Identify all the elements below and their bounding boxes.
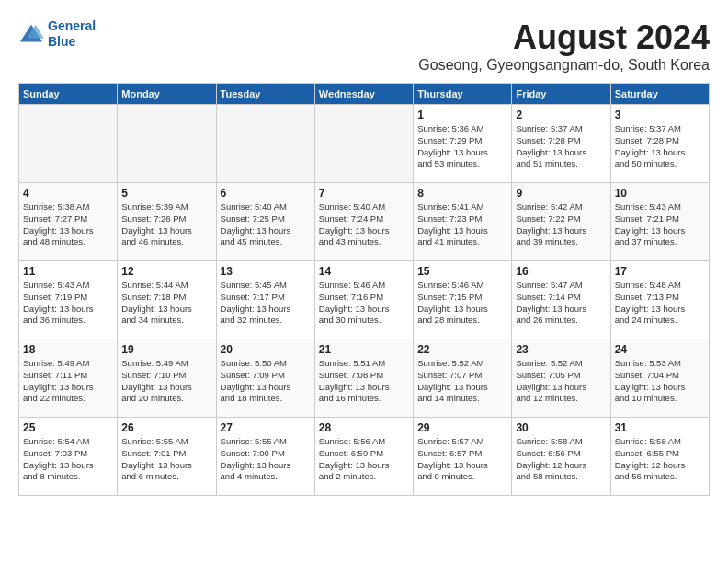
cell-content: Sunset: 7:28 PM (615, 135, 705, 147)
day-number: 11 (23, 265, 113, 278)
cell-content: Daylight: 13 hours (319, 382, 409, 394)
cell-content: Daylight: 13 hours (615, 147, 705, 159)
cell-content: Daylight: 13 hours (417, 147, 507, 159)
cell-content: and 37 minutes. (615, 236, 705, 248)
cell-content: Daylight: 13 hours (23, 304, 113, 316)
cell-content: Sunset: 7:11 PM (23, 370, 113, 382)
cell-content: and 39 minutes. (516, 236, 606, 248)
cell-content: and 50 minutes. (615, 158, 705, 170)
cell-content: Sunset: 6:55 PM (615, 448, 705, 460)
cell-content: Sunrise: 5:49 AM (121, 358, 211, 370)
calendar-cell: 14Sunrise: 5:46 AMSunset: 7:16 PMDayligh… (314, 261, 413, 339)
cell-content: and 43 minutes. (319, 236, 409, 248)
cell-content: Daylight: 13 hours (23, 460, 113, 472)
cell-content: Daylight: 12 hours (516, 460, 606, 472)
cell-content: Sunrise: 5:49 AM (23, 358, 113, 370)
cell-content: and 14 minutes. (417, 393, 507, 405)
cell-content: Sunset: 7:21 PM (615, 213, 705, 225)
calendar-cell (118, 105, 216, 183)
cell-content: and 20 minutes. (121, 393, 211, 405)
cell-content: and 10 minutes. (615, 393, 705, 405)
cell-content: Sunset: 7:17 PM (221, 292, 311, 304)
day-number: 26 (121, 421, 211, 434)
calendar-cell: 27Sunrise: 5:55 AMSunset: 7:00 PMDayligh… (216, 418, 314, 496)
cell-content: and 22 minutes. (23, 393, 113, 405)
day-number: 15 (417, 265, 507, 278)
cell-content: and 51 minutes. (516, 158, 606, 170)
cell-content: Sunset: 7:24 PM (319, 213, 409, 225)
calendar-cell: 1Sunrise: 5:36 AMSunset: 7:29 PMDaylight… (414, 105, 512, 183)
calendar-cell: 21Sunrise: 5:51 AMSunset: 7:08 PMDayligh… (314, 339, 413, 418)
cell-content: and 24 minutes. (615, 315, 705, 327)
cell-content: Daylight: 13 hours (221, 225, 311, 237)
cell-content: Sunset: 7:01 PM (121, 448, 211, 460)
cell-content: Sunrise: 5:52 AM (516, 358, 606, 370)
cell-content: and 45 minutes. (221, 236, 311, 248)
day-number: 20 (221, 343, 311, 356)
cell-content: Sunrise: 5:55 AM (121, 436, 211, 448)
day-number: 12 (121, 265, 211, 278)
cell-content: and 34 minutes. (121, 315, 211, 327)
calendar-cell: 11Sunrise: 5:43 AMSunset: 7:19 PMDayligh… (19, 261, 118, 339)
day-number: 28 (319, 421, 409, 434)
calendar-week-row: 11Sunrise: 5:43 AMSunset: 7:19 PMDayligh… (19, 261, 710, 339)
cell-content: Sunset: 7:09 PM (221, 370, 311, 382)
cell-content: Sunset: 7:13 PM (615, 292, 705, 304)
cell-content: Sunset: 7:27 PM (23, 213, 113, 225)
cell-content: Daylight: 13 hours (121, 460, 211, 472)
logo: General Blue (18, 18, 96, 50)
calendar-cell: 9Sunrise: 5:42 AMSunset: 7:22 PMDaylight… (512, 183, 610, 261)
cell-content: Sunset: 7:07 PM (417, 370, 507, 382)
calendar-cell: 26Sunrise: 5:55 AMSunset: 7:01 PMDayligh… (118, 418, 216, 496)
cell-content: Sunset: 7:22 PM (516, 213, 606, 225)
calendar-week-row: 4Sunrise: 5:38 AMSunset: 7:27 PMDaylight… (19, 183, 710, 261)
logo-icon (18, 21, 44, 47)
day-number: 5 (121, 187, 211, 200)
day-number: 7 (319, 187, 409, 200)
day-number: 6 (221, 187, 311, 200)
calendar-cell: 23Sunrise: 5:52 AMSunset: 7:05 PMDayligh… (512, 339, 610, 418)
cell-content: Sunrise: 5:46 AM (417, 280, 507, 292)
cell-content: and 28 minutes. (417, 315, 507, 327)
calendar-cell: 5Sunrise: 5:39 AMSunset: 7:26 PMDaylight… (118, 183, 216, 261)
cell-content: Sunrise: 5:56 AM (319, 436, 409, 448)
cell-content: Sunrise: 5:37 AM (516, 123, 606, 135)
day-number: 29 (417, 421, 507, 434)
calendar-cell: 6Sunrise: 5:40 AMSunset: 7:25 PMDaylight… (216, 183, 314, 261)
cell-content: Sunset: 7:14 PM (516, 292, 606, 304)
cell-content: Daylight: 13 hours (221, 382, 311, 394)
calendar-cell: 15Sunrise: 5:46 AMSunset: 7:15 PMDayligh… (414, 261, 512, 339)
cell-content: and 16 minutes. (319, 393, 409, 405)
cell-content: Daylight: 13 hours (516, 225, 606, 237)
cell-content: Sunrise: 5:40 AM (319, 201, 409, 213)
cell-content: and 30 minutes. (319, 315, 409, 327)
day-number: 1 (417, 109, 507, 121)
calendar-cell: 19Sunrise: 5:49 AMSunset: 7:10 PMDayligh… (118, 339, 216, 418)
day-number: 18 (23, 343, 113, 356)
day-number: 3 (615, 109, 705, 121)
day-number: 25 (23, 421, 113, 434)
cell-content: Sunrise: 5:42 AM (516, 201, 606, 213)
weekday-header-sunday: Sunday (19, 84, 118, 105)
cell-content: Daylight: 13 hours (221, 304, 311, 316)
day-number: 9 (516, 187, 606, 200)
day-number: 23 (516, 343, 606, 356)
cell-content: Sunset: 7:03 PM (23, 448, 113, 460)
cell-content: and 8 minutes. (23, 471, 113, 483)
cell-content: and 32 minutes. (221, 315, 311, 327)
day-number: 27 (221, 421, 311, 434)
day-number: 22 (417, 343, 507, 356)
cell-content: Daylight: 13 hours (417, 460, 507, 472)
cell-content: and 56 minutes. (615, 471, 705, 483)
logo-line1: General (48, 18, 96, 33)
cell-content: Sunset: 7:26 PM (121, 213, 211, 225)
cell-content: Sunset: 7:08 PM (319, 370, 409, 382)
cell-content: Sunrise: 5:57 AM (417, 436, 507, 448)
weekday-header-row: SundayMondayTuesdayWednesdayThursdayFrid… (19, 84, 710, 105)
day-number: 13 (221, 265, 311, 278)
calendar-cell: 4Sunrise: 5:38 AMSunset: 7:27 PMDaylight… (19, 183, 118, 261)
calendar-week-row: 1Sunrise: 5:36 AMSunset: 7:29 PMDaylight… (19, 105, 710, 183)
calendar-cell: 3Sunrise: 5:37 AMSunset: 7:28 PMDaylight… (610, 105, 709, 183)
logo-text: General Blue (48, 18, 96, 50)
day-number: 4 (23, 187, 113, 200)
